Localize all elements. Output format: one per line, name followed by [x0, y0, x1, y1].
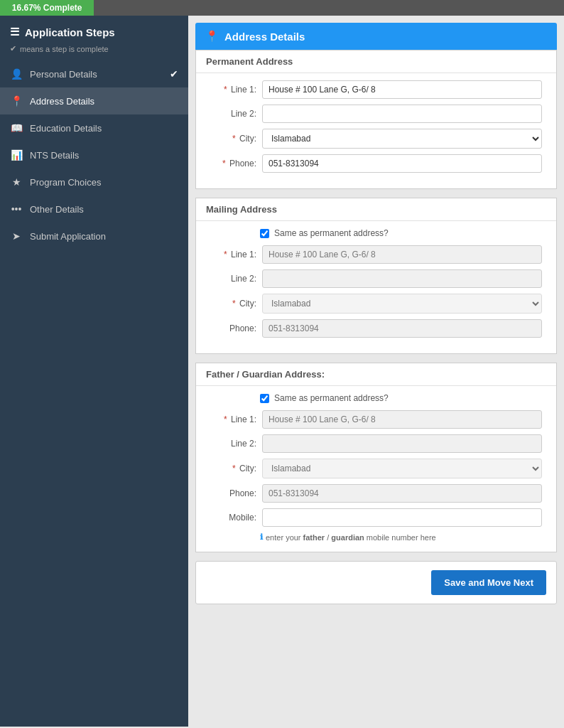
other-details-icon: •••: [10, 203, 23, 215]
permanent-address-section: Permanent Address * Line 1: Line 2: * Ci…: [195, 50, 557, 189]
mailing-city-group: * City: Islamabad: [210, 294, 542, 314]
menu-icon: ☰: [10, 26, 19, 38]
sidebar-item-label-personal: Personal Details: [30, 69, 97, 80]
page-icon: 📍: [205, 30, 219, 43]
sidebar-item-submit-application[interactable]: ➤ Submit Application: [0, 223, 188, 250]
save-btn-container: Save and Move Next: [195, 561, 557, 604]
father-city-group: * City: Islamabad: [210, 459, 542, 478]
mailing-phone-label: Phone:: [210, 323, 256, 333]
permanent-city-group: * City: Islamabad: [210, 129, 542, 149]
permanent-city-label: * City:: [210, 134, 256, 144]
permanent-city-select[interactable]: Islamabad: [262, 129, 542, 149]
sidebar-subtitle: ✔ means a step is complete: [0, 44, 188, 60]
personal-details-icon: 👤: [10, 68, 23, 80]
sidebar-item-education-details[interactable]: 📖 Education Details: [0, 114, 188, 141]
father-guardian-address-title: Father / Guardian Address:: [196, 363, 556, 386]
father-phone-group: Phone:: [210, 484, 542, 503]
father-line2-group: Line 2:: [210, 434, 542, 453]
permanent-line2-group: Line 2:: [210, 105, 542, 123]
father-mobile-label: Mobile:: [210, 513, 256, 523]
sidebar-item-program-choices[interactable]: ★ Program Choices: [0, 168, 188, 196]
program-choices-icon: ★: [10, 176, 23, 188]
nts-details-icon: 📊: [10, 149, 23, 161]
check-icon-subtitle: ✔: [10, 44, 16, 53]
sidebar-item-address-details[interactable]: 📍 Address Details: [0, 87, 188, 114]
permanent-phone-input[interactable]: [262, 154, 542, 173]
mailing-line2-group: Line 2:: [210, 269, 542, 288]
sidebar-item-label-program: Program Choices: [30, 177, 101, 188]
mailing-line1-label: * Line 1:: [210, 250, 256, 259]
hint-icon: ℹ: [260, 532, 263, 542]
sidebar-item-personal-details[interactable]: 👤 Personal Details ✔: [0, 60, 188, 87]
sidebar-item-label-education: Education Details: [30, 123, 102, 134]
permanent-line2-label: Line 2:: [210, 109, 256, 119]
father-same-as-permanent-label: Same as permanent address?: [274, 393, 389, 403]
sidebar-item-label-other: Other Details: [30, 204, 84, 215]
permanent-phone-group: * Phone:: [210, 154, 542, 173]
father-line2-label: Line 2:: [210, 439, 256, 449]
permanent-line1-label: * Line 1:: [210, 85, 256, 95]
mailing-line1-group: * Line 1:: [210, 245, 542, 264]
permanent-line1-group: * Line 1:: [210, 80, 542, 99]
mailing-line2-label: Line 2:: [210, 274, 256, 284]
progress-bar-fill: 16.67% Complete: [0, 0, 94, 16]
mailing-phone-input[interactable]: [262, 319, 542, 338]
content-area: 📍 Address Details Permanent Address * Li…: [188, 16, 564, 727]
permanent-address-title: Permanent Address: [196, 50, 556, 73]
sidebar: ☰ Application Steps ✔ means a step is co…: [0, 16, 188, 727]
father-phone-input[interactable]: [262, 484, 542, 503]
father-line2-input[interactable]: [262, 434, 542, 453]
save-and-move-next-button[interactable]: Save and Move Next: [431, 570, 546, 595]
mailing-same-as-permanent-label: Same as permanent address?: [274, 228, 389, 238]
page-title: Address Details: [224, 31, 305, 43]
permanent-line2-input[interactable]: [262, 105, 542, 123]
submit-application-icon: ➤: [10, 230, 23, 242]
address-details-icon: 📍: [10, 95, 23, 107]
father-phone-label: Phone:: [210, 488, 256, 498]
mailing-line2-input[interactable]: [262, 269, 542, 288]
sidebar-header: ☰ Application Steps: [0, 16, 188, 44]
father-line1-label: * Line 1:: [210, 414, 256, 424]
father-mobile-hint-row: ℹ enter your father / guardian mobile nu…: [260, 532, 556, 542]
mailing-address-section: Mailing Address Same as permanent addres…: [195, 198, 557, 354]
mailing-same-as-permanent-row: Same as permanent address?: [260, 228, 542, 238]
main-layout: ☰ Application Steps ✔ means a step is co…: [0, 16, 564, 727]
permanent-line1-required: *: [224, 85, 227, 95]
page-header: 📍 Address Details: [195, 23, 557, 50]
mailing-same-as-permanent-checkbox[interactable]: [260, 229, 269, 238]
mailing-city-select[interactable]: Islamabad: [262, 294, 542, 314]
sidebar-item-label-nts: NTS Details: [30, 150, 79, 161]
mailing-address-title: Mailing Address: [196, 198, 556, 221]
mailing-city-label: * City:: [210, 299, 256, 309]
father-same-as-permanent-row: Same as permanent address?: [260, 393, 542, 403]
father-guardian-address-section: Father / Guardian Address: Same as perma…: [195, 363, 557, 552]
personal-details-check: ✔: [170, 68, 178, 80]
sidebar-item-label-submit: Submit Application: [30, 231, 106, 242]
father-mobile-group: Mobile:: [210, 508, 542, 527]
father-city-label: * City:: [210, 464, 256, 473]
progress-label: 16.67% Complete: [12, 3, 82, 13]
father-same-as-permanent-checkbox[interactable]: [260, 394, 269, 403]
progress-bar-container: 16.67% Complete: [0, 0, 564, 16]
father-mobile-input[interactable]: [262, 508, 542, 527]
sidebar-title: Application Steps: [25, 26, 115, 38]
mailing-phone-group: Phone:: [210, 319, 542, 338]
permanent-phone-label: * Phone:: [210, 159, 256, 168]
father-line1-input[interactable]: [262, 410, 542, 429]
mailing-line1-input[interactable]: [262, 245, 542, 264]
permanent-line1-input[interactable]: [262, 80, 542, 99]
father-mobile-hint: enter your father / guardian mobile numb…: [266, 533, 436, 542]
education-details-icon: 📖: [10, 122, 23, 134]
father-city-select[interactable]: Islamabad: [262, 459, 542, 478]
sidebar-item-other-details[interactable]: ••• Other Details: [0, 196, 188, 223]
sidebar-item-label-address: Address Details: [30, 96, 94, 107]
father-line1-group: * Line 1:: [210, 410, 542, 429]
sidebar-item-nts-details[interactable]: 📊 NTS Details: [0, 141, 188, 168]
